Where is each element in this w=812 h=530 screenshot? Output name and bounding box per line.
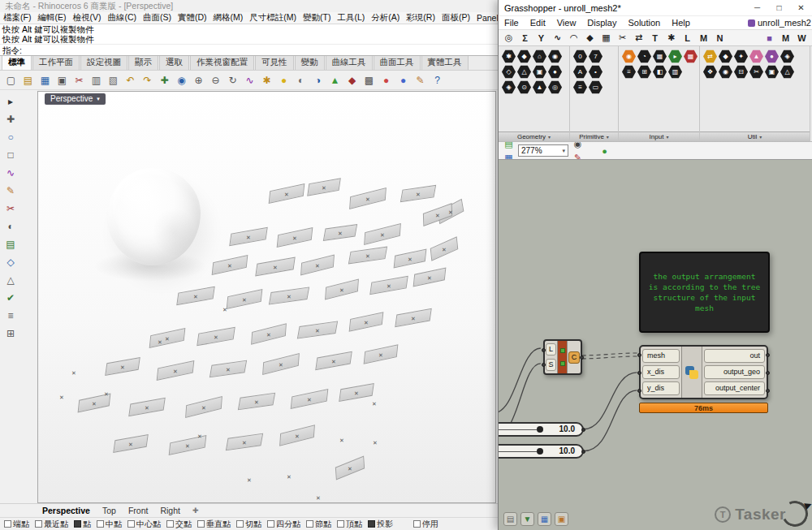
curve-tool-icon[interactable]: ∿ [2,165,19,181]
undo-icon[interactable]: ↶ [123,72,138,88]
viewport-tab[interactable]: Front [128,506,149,515]
merge-input-s[interactable]: S [546,359,556,371]
checkbox[interactable] [413,520,421,528]
sphere2-icon[interactable]: ● [395,72,411,88]
slider-knob[interactable] [537,426,543,433]
component-icon[interactable]: ✂ [749,65,763,79]
menu-item[interactable]: 網格(M) [210,12,247,24]
toolbar-tab[interactable]: 變動 [295,56,325,70]
component-icon[interactable]: ≡ [573,80,587,94]
menu-item[interactable]: 曲面(S) [140,12,175,24]
output-grip[interactable] [581,450,585,454]
menu-item[interactable]: Help [666,18,696,28]
slider-knob[interactable] [537,448,543,455]
toolbar-tab[interactable]: 作業視窗配置 [190,56,254,70]
save-icon[interactable]: ▦ [37,72,53,88]
component-icon[interactable]: ✱ [502,50,516,63]
component-icon[interactable]: ▣ [533,65,546,79]
menu-item[interactable]: Paneling Tools [473,13,498,23]
input-grip[interactable] [542,363,546,367]
checkbox[interactable] [74,520,81,528]
python-component-body[interactable] [681,347,702,398]
component-icon[interactable]: ≡ [622,65,636,79]
menu-item[interactable]: 面板(P) [438,12,473,24]
checkbox[interactable] [306,520,313,528]
tab-m[interactable]: M [696,32,711,45]
osnap-toggle[interactable]: 垂直點 [197,519,231,530]
palette-group-label[interactable]: Input▾ [619,131,699,141]
tab-intersect[interactable]: ✂ [615,32,630,45]
menu-item[interactable]: File [499,18,525,28]
tab-params[interactable]: ◎ [501,32,516,45]
draw-tool-icon[interactable]: ✎ [2,183,19,199]
help-icon[interactable]: ? [430,72,445,88]
component-icon[interactable]: ⇄ [703,50,717,63]
checkbox[interactable] [267,520,274,528]
palette-group-label[interactable]: Geometry▾ [499,131,569,141]
menu-item[interactable]: View [551,18,582,28]
merge-input-l[interactable]: L [546,343,556,355]
grid-tool-icon[interactable]: ⊞ [2,325,19,342]
output-grip[interactable] [581,428,585,432]
osnap-toggle[interactable]: 四分點 [267,519,300,530]
merge-output-c[interactable]: C [568,351,580,364]
component-icon[interactable]: ◎ [548,80,562,94]
component-icon[interactable]: ◧ [653,65,667,79]
rectangle-tool-icon[interactable]: □ [2,147,19,163]
python-component[interactable]: meshx_disy_dis outoutput_geooutput_cente… [639,345,768,399]
shaded-icon[interactable]: ◐ [293,72,309,88]
tab-maths[interactable]: Σ [517,32,533,45]
component-icon[interactable]: △ [517,65,531,79]
component-icon[interactable]: ● [548,65,562,79]
checkbox[interactable] [197,520,205,528]
component-icon[interactable]: ◈ [502,80,516,94]
tab-l[interactable]: L [680,32,695,45]
checkbox[interactable] [127,520,135,528]
zoom-canvas-icon[interactable]: ◉ [571,142,585,151]
input-grip[interactable] [637,353,641,357]
menu-item[interactable]: Edit [525,18,551,28]
component-icon[interactable]: ❖ [703,65,717,79]
menu-item[interactable]: Display [581,18,622,28]
widget-folder-icon[interactable]: ▤ [503,512,517,526]
component-icon[interactable]: A [573,65,587,79]
palette-group-label[interactable]: Util▾ [700,131,810,141]
shade-tool-icon[interactable]: ◐ [2,218,19,235]
menu-item[interactable]: 彩現(R) [403,12,438,24]
checkbox[interactable] [4,520,11,528]
python-output-param[interactable]: out [704,349,765,363]
osnap-toggle[interactable]: 停用 [413,519,438,530]
check-tool-icon[interactable]: ✔ [2,290,19,306]
menu-item[interactable]: 曲線(C) [104,12,140,24]
zoom-in-icon[interactable]: ⊕ [191,72,206,88]
material-icon[interactable]: ▲ [327,72,343,88]
perspective-viewport[interactable]: Perspective ▾ ✕✕✕✕✕✕✕✕✕✕✕✕✕✕✕✕✕✕✕✕✕✕✕✕✕✕… [37,91,496,503]
viewport-title-tab[interactable]: Perspective ▾ [45,93,106,105]
list-tool-icon[interactable]: ≡ [2,308,19,324]
osnap-toggle[interactable]: 端點 [4,519,29,530]
component-icon[interactable]: ▥ [668,65,682,79]
component-icon[interactable]: ▲ [533,80,546,94]
python-input-param[interactable]: mesh [642,349,680,363]
component-icon[interactable]: 7 [589,50,603,63]
mesh-sphere-object[interactable] [107,168,201,265]
menu-item[interactable]: 工具(L) [335,12,369,24]
preview-green-icon[interactable]: ● [598,144,611,157]
output-grip[interactable] [580,355,584,360]
menu-item[interactable]: 檔案(F) [0,12,34,24]
input-grip[interactable] [637,389,641,393]
toolbar-tab[interactable]: 曲面工具 [374,56,421,70]
tab-display[interactable]: T [647,32,663,45]
toolbar-tab[interactable]: 設定視圖 [80,56,127,70]
toolbar-tab[interactable]: 標準 [2,56,32,70]
checkbox[interactable] [97,520,104,528]
number-slider-x[interactable]: 10.0 [499,422,584,437]
component-icon[interactable]: ✦ [734,50,748,63]
component-icon[interactable]: ⊟ [734,65,748,79]
current-file-selector[interactable]: unroll_mesh2 [748,18,812,28]
output-grip[interactable] [766,353,770,357]
move-tool-icon[interactable]: ✚ [2,111,19,127]
tab-curve[interactable]: ◠ [566,32,581,45]
pen-icon[interactable]: ✎ [412,72,428,88]
widget-orange-icon[interactable]: ▣ [555,512,568,526]
